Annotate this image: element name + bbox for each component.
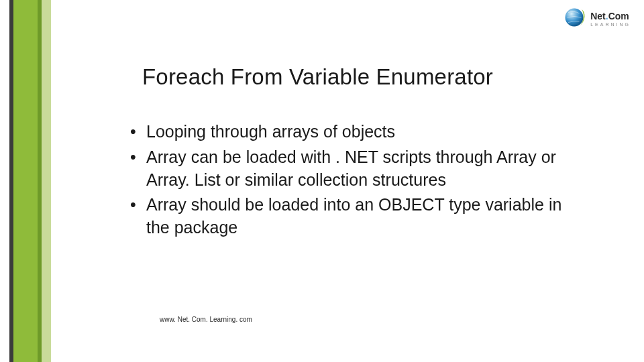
logo-brand-tail: Com: [608, 11, 629, 21]
slide-title: Foreach From Variable Enumerator: [142, 64, 493, 90]
accent-bar-main: [13, 0, 38, 362]
logo-brand-main: Net: [590, 11, 606, 21]
bullet-list: Looping through arrays of objects Array …: [127, 121, 564, 242]
footer-url: www. Net. Com. Learning. com: [160, 316, 252, 323]
list-item: Array can be loaded with . NET scripts t…: [127, 146, 564, 192]
slide: Net.Com LEARNING Foreach From Variable E…: [0, 0, 644, 362]
globe-icon: [562, 5, 586, 32]
list-item: Array should be loaded into an OBJECT ty…: [127, 194, 564, 239]
logo-brand: Net.Com: [590, 11, 631, 21]
logo-text: Net.Com LEARNING: [590, 11, 631, 27]
list-item: Looping through arrays of objects: [127, 121, 564, 143]
logo-subtext: LEARNING: [590, 22, 631, 27]
accent-bar-light: [42, 0, 51, 362]
netcom-logo: Net.Com LEARNING: [562, 5, 631, 32]
